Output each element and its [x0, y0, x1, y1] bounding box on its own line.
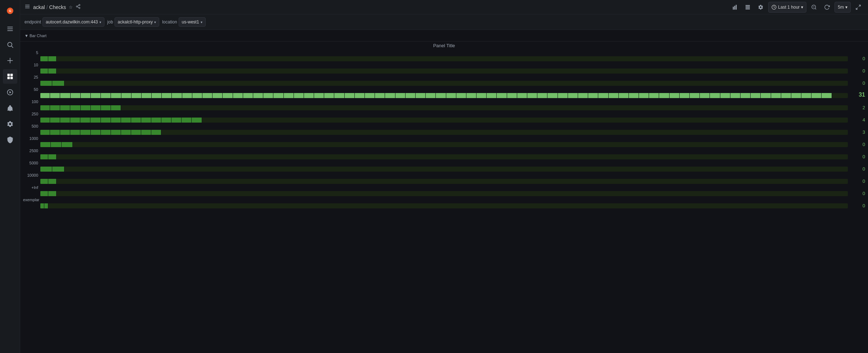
bar-label: 1000 — [23, 136, 40, 141]
bar-row: 100000 — [23, 172, 865, 185]
svg-line-22 — [77, 5, 79, 6]
bar-track — [40, 118, 848, 123]
bar-row: 5031 — [23, 87, 865, 99]
svg-rect-25 — [736, 5, 737, 9]
location-dropdown[interactable]: us-west1 ▾ — [179, 17, 206, 27]
svg-rect-24 — [734, 6, 735, 10]
endpoint-value: autocert.dazwilkin.com:443 — [46, 19, 98, 25]
bar-label: 5000 — [23, 160, 40, 165]
sidebar-item-search[interactable] — [3, 37, 17, 52]
sidebar-item-add[interactable] — [3, 53, 17, 68]
bar-value: 0 — [848, 203, 865, 208]
endpoint-chevron-icon: ▾ — [99, 20, 101, 24]
sidebar: G — [0, 0, 20, 353]
breadcrumb-menu-icon — [24, 4, 30, 10]
bar-track — [40, 69, 848, 74]
svg-line-6 — [11, 46, 13, 48]
svg-rect-17 — [25, 8, 30, 8]
endpoint-label: endpoint — [24, 19, 41, 25]
sidebar-item-alerting[interactable] — [3, 101, 17, 115]
svg-line-21 — [77, 7, 79, 8]
time-range-label: Last 1 hour — [778, 5, 800, 10]
bar-value: 2 — [848, 105, 865, 110]
bar-row: 50000 — [23, 160, 865, 172]
bar-label: 10 — [23, 62, 40, 67]
svg-point-19 — [76, 6, 78, 7]
topnav-right: Last 1 hour ▾ 5m ▾ — [729, 2, 864, 13]
bar-row: 5003 — [23, 123, 865, 136]
sidebar-item-admin[interactable] — [3, 133, 17, 147]
bar-label: exemplar — [23, 197, 40, 202]
zoom-in-button[interactable] — [822, 2, 832, 13]
table-view-button[interactable] — [742, 2, 753, 13]
bar-value: 0 — [848, 80, 865, 86]
svg-rect-23 — [733, 6, 734, 9]
breadcrumb: ackal / Checks ☆ — [24, 4, 727, 10]
sidebar-item-explore[interactable] — [3, 85, 17, 100]
svg-rect-8 — [7, 60, 13, 61]
bar-value: 0 — [848, 56, 865, 61]
breadcrumb-current: Checks — [49, 4, 66, 10]
bar-value: 0 — [848, 178, 865, 184]
job-chevron-icon: ▾ — [154, 20, 156, 24]
bar-track — [40, 179, 848, 184]
svg-rect-3 — [7, 28, 13, 29]
bar-row: 1002 — [23, 99, 865, 111]
svg-line-34 — [859, 5, 860, 7]
bar-track — [40, 142, 848, 147]
bar-track — [40, 93, 848, 98]
bar-track — [40, 154, 848, 159]
bar-track — [40, 81, 848, 86]
sidebar-item-config[interactable] — [3, 117, 17, 131]
share-icon[interactable] — [76, 4, 81, 10]
fullscreen-button[interactable] — [853, 2, 864, 13]
bar-track — [40, 105, 848, 110]
bar-label: 500 — [23, 123, 40, 128]
svg-line-35 — [856, 8, 858, 9]
job-dropdown[interactable]: ackalctl-http-proxy ▾ — [115, 17, 159, 27]
bar-label: +Inf — [23, 185, 40, 190]
bar-track — [40, 56, 848, 61]
bar-row: exemplar0 — [23, 197, 865, 209]
svg-rect-11 — [7, 77, 10, 79]
bar-row: 2504 — [23, 111, 865, 123]
bar-chart: 5010025050311002250450031000025000500001… — [23, 50, 865, 209]
bar-track — [40, 191, 848, 196]
svg-point-20 — [79, 7, 80, 9]
svg-marker-14 — [9, 91, 11, 94]
panel-collapse-button[interactable]: ▼ Bar Chart — [24, 34, 46, 38]
bar-value: 0 — [848, 142, 865, 147]
bar-row: 25000 — [23, 148, 865, 160]
panel-container: ▼ Bar Chart Panel Title 5010025050311002… — [20, 30, 868, 353]
chart-area: Panel Title 5010025050311002250450031000… — [20, 41, 868, 353]
sidebar-item-menu[interactable] — [3, 22, 17, 36]
sidebar-item-dashboards[interactable] — [3, 69, 17, 84]
job-label: job — [107, 19, 113, 25]
bar-label: 250 — [23, 111, 40, 116]
bar-chart-view-button[interactable] — [729, 2, 740, 13]
time-range-button[interactable]: Last 1 hour ▾ — [768, 2, 806, 13]
bar-track — [40, 203, 848, 208]
settings-button[interactable] — [755, 2, 766, 13]
bar-label: 100 — [23, 99, 40, 104]
grafana-logo[interactable]: G — [3, 4, 17, 18]
endpoint-dropdown[interactable]: autocert.dazwilkin.com:443 ▾ — [42, 17, 104, 27]
filter-bar: endpoint autocert.dazwilkin.com:443 ▾ jo… — [20, 14, 868, 30]
bar-value: 0 — [848, 191, 865, 196]
bar-row: 250 — [23, 74, 865, 87]
svg-rect-28 — [746, 7, 750, 8]
bar-label: 50 — [23, 87, 40, 92]
svg-rect-12 — [10, 77, 13, 79]
svg-rect-29 — [746, 9, 750, 9]
refresh-interval-button[interactable]: 5m ▾ — [835, 2, 851, 13]
zoom-out-button[interactable] — [809, 2, 819, 13]
star-icon[interactable]: ☆ — [69, 5, 73, 10]
job-value: ackalctl-http-proxy — [118, 19, 153, 25]
chevron-down-icon-refresh: ▾ — [845, 5, 847, 10]
svg-point-18 — [79, 4, 80, 5]
refresh-interval-label: 5m — [838, 5, 844, 10]
bar-label: 10000 — [23, 172, 40, 177]
breadcrumb-home-link[interactable]: ackal — [33, 4, 45, 10]
svg-line-32 — [815, 8, 816, 9]
svg-rect-27 — [746, 6, 750, 7]
